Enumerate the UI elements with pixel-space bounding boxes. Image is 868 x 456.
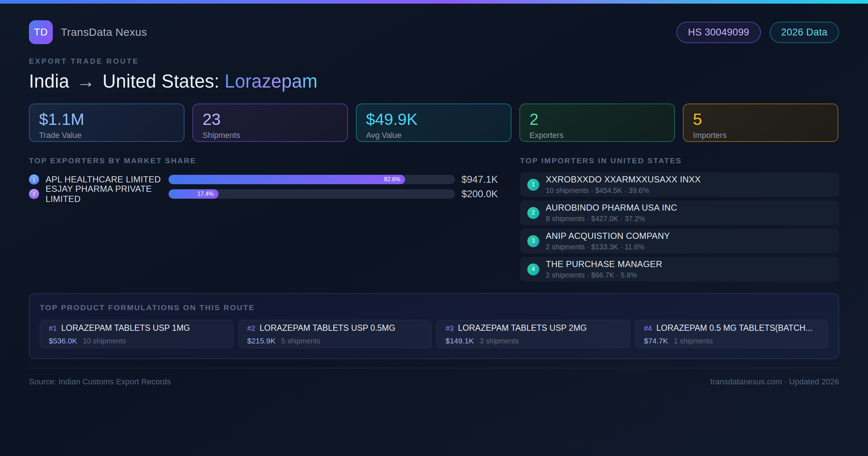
- importer-rank-badge: 3: [527, 235, 539, 247]
- logo-mark: TD: [29, 20, 53, 44]
- stat-card-importers: 5 Importers: [683, 104, 838, 142]
- stat-value: 23: [203, 110, 338, 129]
- footer-source: Source: Indian Customs Export Records: [29, 377, 171, 387]
- product-name: LORAZEPAM 0.5 MG TABLETS(BATCH...: [656, 323, 813, 333]
- stat-label: Avg Value: [366, 131, 501, 140]
- rank-badge: 2: [29, 189, 39, 199]
- year-data-badge[interactable]: 2026 Data: [770, 22, 839, 43]
- share-percent-label: 82.6%: [384, 176, 405, 183]
- market-share-bar-track: 17.4%: [169, 189, 455, 199]
- stat-card-avg-value: $49.9K Avg Value: [356, 104, 511, 142]
- product-card-list: #1 LORAZEPAM TABLETS USP 1MG $536.0K 10 …: [40, 320, 828, 348]
- stat-card-trade-value: $1.1M Trade Value: [29, 104, 184, 142]
- stat-value: 5: [693, 110, 828, 129]
- market-share-bar-track: 82.6%: [169, 175, 455, 184]
- product-rank: #3: [446, 324, 454, 333]
- market-share-bar-fill: 17.4%: [169, 189, 218, 199]
- exporter-list: 1 APL HEALTHCARE LIMITED 82.6% $947.1K 2…: [29, 172, 498, 201]
- footer-site: transdatanexus.com · Updated 2026: [710, 377, 839, 387]
- footer: Source: Indian Customs Export Records tr…: [29, 368, 839, 387]
- importer-details: 2 shipments · $133.3K · 11.6%: [546, 243, 670, 251]
- product-rank: #4: [644, 324, 652, 333]
- importer-list: 1 XXROBXXDO XXARMXXUSAXX INXX 10 shipmen…: [520, 172, 839, 282]
- section-title-products: TOP PRODUCT FORMULATIONS ON THIS ROUTE: [40, 303, 828, 312]
- exporter-name: APL HEALTHCARE LIMITED: [46, 174, 169, 185]
- importer-name: XXROBXXDO XXARMXXUSAXX INXX: [546, 174, 701, 185]
- page-title: India → United States: Lorazepam: [29, 71, 839, 92]
- header-badges: HS 30049099 2026 Data: [676, 22, 839, 43]
- product-value: $536.0K: [49, 337, 77, 345]
- product-rank: #2: [247, 324, 255, 333]
- market-share-bar-fill: 82.6%: [169, 175, 405, 184]
- product-card[interactable]: #3 LORAZEPAM TABLETS USP 2MG $149.1K 3 s…: [437, 320, 630, 348]
- stat-label: Shipments: [203, 131, 338, 140]
- product-value: $74.7K: [644, 337, 668, 345]
- importer-name: THE PURCHASE MANAGER: [546, 259, 662, 269]
- share-percent-label: 17.4%: [197, 191, 218, 197]
- route-destination: United States:: [103, 71, 220, 92]
- stats-row: $1.1M Trade Value 23 Shipments $49.9K Av…: [29, 104, 839, 142]
- top-bar: TD TransData Nexus HS 30049099 2026 Data: [29, 20, 839, 44]
- exporter-row[interactable]: 2 ESJAY PHARMA PRIVATE LIMITED 17.4% $20…: [29, 187, 498, 201]
- stat-value: $49.9K: [366, 110, 501, 129]
- stat-label: Trade Value: [39, 131, 174, 140]
- arrow-icon: →: [75, 71, 97, 92]
- stat-card-shipments: 23 Shipments: [192, 104, 348, 142]
- product-name: LORAZEPAM TABLETS USP 1MG: [61, 323, 190, 333]
- section-title-exporters: TOP EXPORTERS BY MARKET SHARE: [29, 156, 498, 165]
- stat-value: $1.1M: [39, 110, 174, 129]
- product-card[interactable]: #2 LORAZEPAM TABLETS USP 0.5MG $215.9K 5…: [238, 320, 432, 348]
- exporter-value: $200.0K: [461, 189, 498, 200]
- product-shipments: 10 shipments: [83, 337, 126, 345]
- importer-details: 10 shipments · $454.5K · 39.6%: [546, 186, 701, 195]
- exporters-section: TOP EXPORTERS BY MARKET SHARE 1 APL HEAL…: [29, 156, 498, 282]
- product-card[interactable]: #1 LORAZEPAM TABLETS USP 1MG $536.0K 10 …: [40, 320, 233, 348]
- product-value: $149.1K: [446, 337, 474, 345]
- importer-rank-badge: 1: [527, 179, 539, 191]
- eyebrow-label: EXPORT TRADE ROUTE: [29, 57, 839, 66]
- importers-section: TOP IMPORTERS IN UNITED STATES 1 XXROBXX…: [520, 156, 839, 282]
- stat-label: Exporters: [529, 131, 665, 140]
- route-origin: India: [29, 71, 69, 92]
- product-card[interactable]: #4 LORAZEPAM 0.5 MG TABLETS(BATCH... $74…: [635, 320, 829, 348]
- product-rank: #1: [49, 324, 57, 333]
- stat-label: Importers: [693, 131, 828, 140]
- main-columns: TOP EXPORTERS BY MARKET SHARE 1 APL HEAL…: [29, 156, 839, 282]
- product-shipments: 5 shipments: [281, 337, 320, 345]
- exporter-value: $947.1K: [461, 174, 498, 185]
- importer-card[interactable]: 4 THE PURCHASE MANAGER 2 shipments · $66…: [520, 257, 839, 282]
- brand-logo[interactable]: TD TransData Nexus: [29, 20, 147, 44]
- exporter-name: ESJAY PHARMA PRIVATE LIMITED: [46, 184, 169, 204]
- products-panel: TOP PRODUCT FORMULATIONS ON THIS ROUTE #…: [29, 293, 839, 359]
- importer-card[interactable]: 1 XXROBXXDO XXARMXXUSAXX INXX 10 shipmen…: [520, 172, 839, 197]
- importer-details: 8 shipments · $427.0K · 37.2%: [546, 215, 677, 223]
- rank-badge: 1: [29, 174, 39, 185]
- importer-name: ANIP ACQUISTION COMPANY: [546, 231, 670, 241]
- importer-rank-badge: 4: [527, 263, 539, 275]
- brand-name: TransData Nexus: [61, 26, 147, 38]
- product-value: $215.9K: [247, 337, 276, 345]
- stat-value: 2: [529, 110, 665, 129]
- accent-gradient-bar: [0, 0, 868, 4]
- product-name: LORAZEPAM TABLETS USP 0.5MG: [260, 323, 395, 333]
- product-shipments: 1 shipments: [674, 337, 713, 345]
- page: TD TransData Nexus HS 30049099 2026 Data…: [0, 20, 868, 387]
- hs-code-badge[interactable]: HS 30049099: [676, 22, 761, 43]
- importer-details: 2 shipments · $66.7K · 5.8%: [546, 271, 662, 279]
- stat-card-exporters: 2 Exporters: [519, 104, 675, 142]
- importer-name: AUROBINDO PHARMA USA INC: [546, 203, 677, 213]
- product-name: LORAZEPAM TABLETS USP 2MG: [458, 323, 587, 333]
- importer-card[interactable]: 3 ANIP ACQUISTION COMPANY 2 shipments · …: [520, 229, 839, 253]
- product-name-highlight: Lorazepam: [225, 71, 318, 92]
- product-shipments: 3 shipments: [480, 337, 519, 345]
- importer-card[interactable]: 2 AUROBINDO PHARMA USA INC 8 shipments ·…: [520, 200, 839, 225]
- importer-rank-badge: 2: [527, 207, 539, 219]
- section-title-importers: TOP IMPORTERS IN UNITED STATES: [520, 156, 839, 165]
